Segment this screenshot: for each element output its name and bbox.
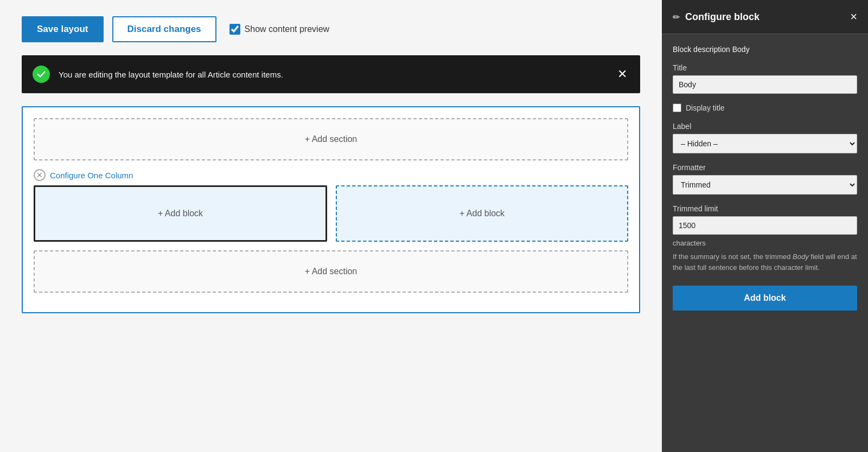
save-layout-button[interactable]: Save layout (22, 16, 104, 42)
formatter-field-group: Formatter Trimmed Default Full (673, 163, 857, 195)
display-title-wrapper: Display title (673, 104, 857, 112)
display-title-checkbox[interactable] (673, 104, 681, 112)
configure-block-sidebar: ✏ Configure block × Block description Bo… (662, 0, 868, 452)
show-preview-checkbox[interactable] (229, 24, 240, 35)
add-section-top-link[interactable]: + Add section (305, 134, 358, 144)
label-select[interactable]: – Hidden – Above Inline Hidden (673, 134, 857, 153)
configure-column-link[interactable]: Configure One Column (50, 171, 133, 180)
add-block-right-link[interactable]: + Add block (459, 209, 505, 218)
remove-section-button[interactable]: ✕ (34, 169, 46, 181)
formatter-select[interactable]: Trimmed Default Full (673, 175, 857, 195)
help-text: If the summary is not set, the trimmed B… (673, 251, 857, 273)
sidebar-header: ✏ Configure block × (662, 0, 868, 34)
title-label: Title (673, 63, 857, 72)
discard-changes-button[interactable]: Discard changes (112, 16, 216, 42)
sidebar-title: Configure block (685, 11, 760, 23)
trimmed-limit-label: Trimmed limit (673, 204, 857, 213)
characters-label: characters (673, 239, 857, 247)
add-block-right-area: + Add block (336, 185, 628, 242)
columns-wrapper: + Add block + Add block (34, 185, 628, 242)
label-label: Label (673, 122, 857, 131)
title-input[interactable] (673, 75, 857, 94)
info-banner: You are editing the layout template for … (22, 55, 640, 93)
title-field-group: Title (673, 63, 857, 94)
pencil-icon: ✏ (673, 12, 680, 22)
trimmed-limit-input[interactable] (673, 216, 857, 235)
column-header: ✕ Configure One Column (34, 169, 628, 181)
preview-label: Show content preview (245, 24, 330, 34)
add-section-bottom-link[interactable]: + Add section (305, 267, 358, 276)
block-description-value: Body (732, 45, 750, 54)
sidebar-body: Block description Body Title Display tit… (662, 34, 868, 452)
block-description-prefix: Block description (673, 45, 730, 54)
display-title-label: Display title (686, 104, 725, 112)
block-description: Block description Body (673, 45, 857, 54)
checkmark-icon (36, 69, 46, 79)
trimmed-limit-group: Trimmed limit (673, 204, 857, 235)
banner-close-button[interactable]: ✕ (615, 65, 629, 83)
sidebar-header-left: ✏ Configure block (673, 11, 760, 23)
add-section-bottom: + Add section (34, 250, 628, 293)
add-block-left-area: + Add block (34, 185, 327, 242)
add-block-left-link[interactable]: + Add block (158, 209, 203, 218)
add-section-top: + Add section (34, 118, 628, 160)
sidebar-close-button[interactable]: × (850, 10, 857, 24)
add-block-button[interactable]: Add block (673, 286, 857, 311)
label-field-group: Label – Hidden – Above Inline Hidden (673, 122, 857, 153)
layout-editor: + Add section ✕ Configure One Column + A… (22, 106, 640, 313)
check-circle-icon (33, 66, 50, 83)
banner-message: You are editing the layout template for … (59, 70, 607, 79)
formatter-label: Formatter (673, 163, 857, 172)
column-section: ✕ Configure One Column + Add block + Add… (34, 169, 628, 242)
